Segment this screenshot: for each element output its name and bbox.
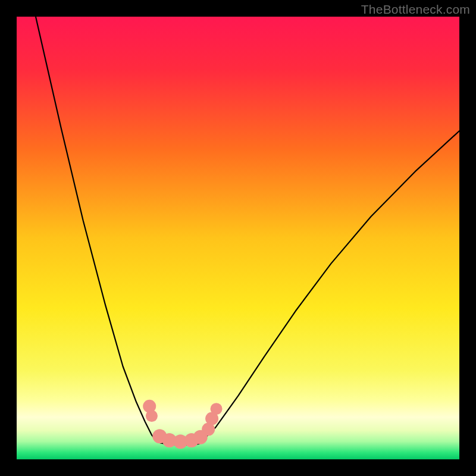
chart-svg [17,17,459,459]
gradient-bg [17,17,459,459]
marker-dot [146,410,158,422]
marker-dot [211,403,223,415]
plot-area [17,17,459,459]
chart-frame: TheBottleneck.com [0,0,476,476]
watermark-text: TheBottleneck.com [361,2,470,17]
